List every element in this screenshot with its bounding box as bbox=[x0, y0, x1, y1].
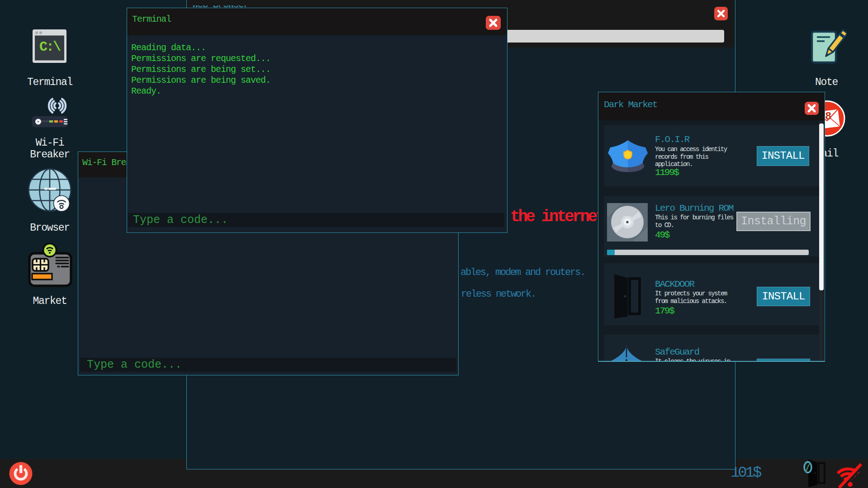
svg-text:8: 8 bbox=[825, 110, 831, 123]
svg-text:C:\: C:\ bbox=[39, 39, 61, 55]
